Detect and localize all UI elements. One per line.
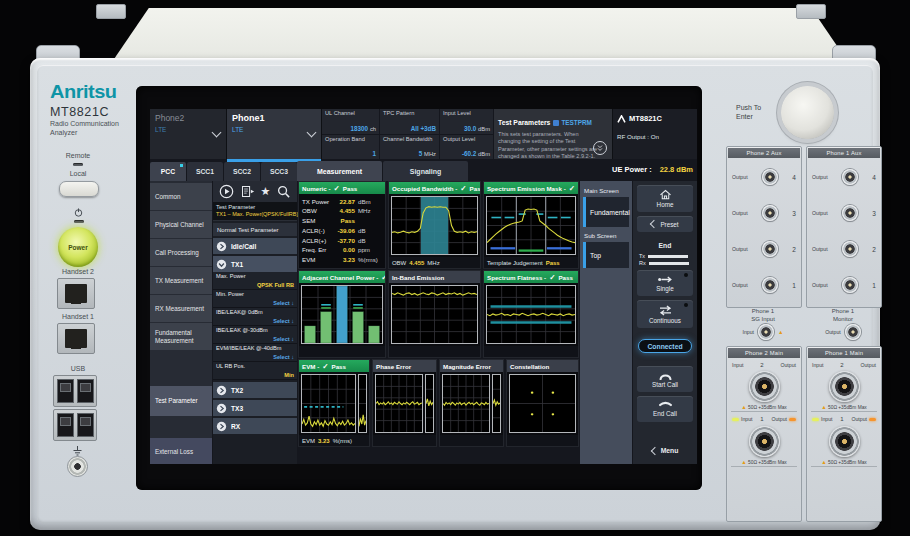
panel-numeric[interactable]: Numeric -✓Pass TX Power22.87dBm OBW4.455… bbox=[298, 181, 386, 269]
sma-connector bbox=[842, 205, 858, 221]
aux-connector-row: Output 1 bbox=[807, 267, 881, 303]
panel-phase-error[interactable]: Phase Error bbox=[372, 359, 437, 447]
sidebar-item-external-loss[interactable]: External Loss bbox=[150, 438, 212, 464]
continuous-indicator bbox=[684, 303, 688, 307]
sidebar-item-common[interactable]: Common bbox=[150, 183, 212, 210]
local-button[interactable] bbox=[59, 181, 99, 197]
measurement-grid: Numeric -✓Pass TX Power22.87dBm OBW4.455… bbox=[298, 181, 579, 464]
sidebar-item-physical-channel[interactable]: Physical Channel bbox=[150, 211, 212, 238]
phone1-selector[interactable]: Phone1 LTE bbox=[227, 109, 322, 159]
group-tx3[interactable]: TX3 bbox=[213, 400, 297, 416]
rotary-knob[interactable] bbox=[781, 86, 834, 139]
sidebar-item-test-parameter[interactable]: Test Parameter bbox=[150, 386, 212, 416]
tp-row-max-power[interactable]: Max. PowerQPSK Full RB bbox=[213, 272, 297, 290]
sma-connector bbox=[762, 205, 778, 221]
param-operation-band[interactable]: Operation Band 1 bbox=[322, 135, 379, 160]
home-button[interactable]: Home bbox=[637, 185, 693, 212]
warning-icon: ▲ bbox=[821, 459, 826, 465]
phone1-main-title: Phone 1 Main bbox=[808, 348, 880, 358]
panel-magnitude-error[interactable]: Magnitude Error bbox=[439, 359, 504, 447]
end-button[interactable]: End bbox=[637, 242, 693, 249]
output-led bbox=[869, 418, 876, 421]
quick-params: UL Channel 18300 ch TPC Pattern All +3dB… bbox=[322, 109, 493, 159]
aux-connector-row: Output 2 bbox=[807, 231, 881, 267]
group-tx1[interactable]: TX1 bbox=[213, 256, 297, 272]
end-call-button[interactable]: End Call bbox=[637, 396, 693, 422]
param-input-level[interactable]: Input Level 30.0 dBm bbox=[440, 109, 493, 134]
tp-row-min-power[interactable]: Min. PowerSelect ↓ bbox=[213, 290, 297, 308]
normal-test-parameter[interactable]: Normal Test Parameter bbox=[213, 223, 297, 236]
panel-occupied-bandwidth[interactable]: Occupied Bandwidth -✓Pass OBW4.455MHz bbox=[388, 181, 481, 269]
test-parameters-info[interactable]: Test ParametersTESTPRM This sets test pa… bbox=[494, 109, 612, 159]
magnitude-strip-chart bbox=[493, 375, 500, 432]
tab-scc3[interactable]: SCC3 bbox=[261, 162, 297, 181]
constellation-chart bbox=[510, 375, 575, 432]
tab-pcc[interactable]: PCC bbox=[150, 162, 186, 181]
tab-measurement[interactable]: Measurement bbox=[297, 161, 382, 181]
screen-brand-box: MT8821C RF Output : On bbox=[612, 109, 697, 159]
testprm-tag-icon bbox=[553, 120, 559, 126]
handset1-label: Handset 1 bbox=[50, 313, 106, 320]
param-ul-channel[interactable]: UL Channel 18300 ch bbox=[322, 109, 379, 134]
report-doc-icon[interactable] bbox=[240, 184, 255, 199]
phase-error-chart bbox=[376, 375, 422, 432]
model-label: MT8821C bbox=[50, 105, 109, 119]
tp-row-ul-rb-pos[interactable]: UL RB Pos.Min bbox=[213, 362, 297, 380]
phone2-selector[interactable]: Phone2 LTE bbox=[150, 109, 227, 159]
single-button[interactable]: Single bbox=[637, 270, 693, 296]
power-led bbox=[74, 220, 84, 223]
group-rx[interactable]: RX bbox=[213, 418, 297, 434]
group-tx2[interactable]: TX2 bbox=[213, 382, 297, 398]
search-icon[interactable] bbox=[276, 184, 291, 199]
input-led bbox=[732, 418, 739, 421]
sub-screen-button[interactable]: Top bbox=[583, 242, 629, 268]
play-circle-icon[interactable] bbox=[219, 184, 234, 199]
param-output-level[interactable]: Output Level -60.2 dBm bbox=[440, 135, 493, 160]
anritsu-logo: Anritsu bbox=[50, 80, 117, 102]
panel-spectrum-flatness[interactable]: Spectrum Flatness -✓Pass bbox=[483, 270, 579, 358]
ground-terminal bbox=[67, 456, 88, 477]
continuous-button[interactable]: Continuous bbox=[637, 300, 693, 328]
sidebar-item-rx-measurement[interactable]: RX Measurement bbox=[150, 295, 212, 322]
obw-chart bbox=[392, 197, 477, 254]
group-idle-call[interactable]: Idle/Call bbox=[213, 238, 297, 254]
screen-select-column: Main Screen Fundamental Sub Screen Top bbox=[580, 181, 632, 464]
warning-icon: ▲ bbox=[741, 459, 746, 465]
param-channel-bandwidth[interactable]: Channel Bandwidth 5 MHz bbox=[380, 135, 439, 160]
preset-button[interactable]: Preset bbox=[637, 216, 693, 232]
expand-chevron-button[interactable] bbox=[593, 141, 607, 155]
tp-row-evm-ibe-leak-40[interactable]: EVM/IBE/LEAK @-40dBmSelect ↓ bbox=[213, 344, 297, 362]
handset1-jack bbox=[57, 323, 95, 354]
panel-evm[interactable]: EVM -✓Pass EVM3.23%(rms) bbox=[298, 359, 370, 447]
tab-signaling[interactable]: Signaling bbox=[383, 161, 468, 181]
start-call-button[interactable]: Start Call bbox=[637, 366, 693, 392]
tp-row-ibe-leak-30[interactable]: IBE/LEAK @-30dBmSelect ↓ bbox=[213, 326, 297, 344]
panel-in-band-emission[interactable]: In-Band Emission bbox=[388, 270, 481, 358]
sidebar-item-call-processing[interactable]: Call Processing bbox=[150, 239, 212, 266]
main-screen-button[interactable]: Fundamental bbox=[583, 197, 629, 227]
panel-spectrum-emission-mask[interactable]: Spectrum Emission Mask -✓ Template Judge… bbox=[483, 181, 579, 269]
chevron-right-circle-icon bbox=[216, 241, 227, 252]
local-label: Local bbox=[50, 170, 106, 177]
panel-constellation[interactable]: Constellation bbox=[506, 359, 579, 447]
sidebar-item-fundamental-measurement[interactable]: Fundamental Measurement bbox=[150, 323, 212, 350]
tab-scc2[interactable]: SCC2 bbox=[224, 162, 260, 181]
warning-icon: ▲ bbox=[778, 329, 783, 335]
sma-connector bbox=[842, 277, 858, 293]
param-tpc-pattern[interactable]: TPC Pattern All +3dB bbox=[380, 109, 439, 134]
aux-connector-row: Output 3 bbox=[727, 195, 801, 231]
screen-bezel: Phone2 LTE Phone1 LTE UL Channel 18300 c… bbox=[136, 86, 702, 490]
remote-led bbox=[73, 163, 83, 166]
sidebar-item-tx-measurement[interactable]: TX Measurement bbox=[150, 267, 212, 294]
tp-row-ibe-leak-0[interactable]: IBE/LEAK@ 0dBmSelect ↓ bbox=[213, 308, 297, 326]
front-panel: Anritsu MT8821C Radio Communication Anal… bbox=[30, 58, 880, 530]
menu-button[interactable]: Menu bbox=[637, 447, 693, 454]
single-arrow-icon bbox=[657, 275, 674, 284]
screen-body: Common Physical Channel Call Processing … bbox=[150, 181, 697, 464]
usb-port bbox=[77, 413, 94, 437]
power-button[interactable]: Power bbox=[58, 227, 98, 267]
star-icon[interactable]: ★ bbox=[260, 186, 270, 197]
tab-scc1[interactable]: SCC1 bbox=[187, 162, 223, 181]
panel-adjacent-channel-power[interactable]: Adjacent Channel Power -✓Pass bbox=[298, 270, 386, 358]
chevron-left-icon bbox=[650, 446, 658, 454]
